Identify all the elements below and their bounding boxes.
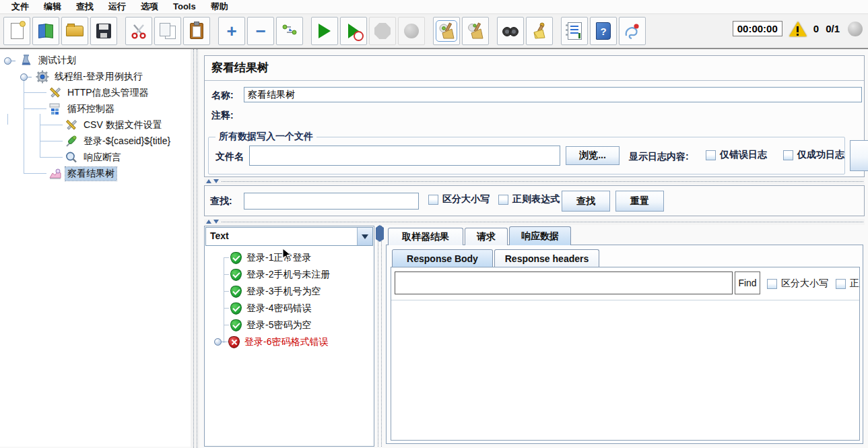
clear-all-button[interactable] [462,17,489,45]
fail-shield-icon [228,336,240,348]
pass-shield-icon [230,302,242,315]
tree-node-results-tree[interactable]: 察看结果树 [0,166,116,182]
about-button[interactable] [619,17,646,45]
horizontal-splitter-1[interactable] [204,179,865,185]
function-helper-button[interactable] [561,17,588,45]
response-find-button[interactable]: Find [735,271,760,294]
open-file-button[interactable] [61,17,88,45]
tree-node-label: 登录-${caseid}${title} [81,135,172,148]
name-input[interactable] [244,87,862,102]
tree-node-thread-group[interactable]: 线程组-登录用例执行 [0,69,145,85]
tab-response-data[interactable]: 响应数据 [509,226,571,245]
search-input[interactable] [244,193,419,210]
main-vertical-splitter[interactable] [191,49,199,448]
thread-group-icon [36,70,49,84]
remove-element-button[interactable]: − [247,17,274,45]
start-button[interactable] [311,17,338,45]
subtab-response-body-label: Response Body [393,250,492,267]
write-to-file-section: 所有数据写入一个文件 文件名 浏览... 显示日志内容: 仅错误日志 仅成功日志 [208,137,845,174]
result-item-login4[interactable]: 登录-4密码错误 [230,300,311,317]
open-folder-icon [66,22,84,40]
results-tree-icon [48,167,62,181]
expand-handle-icon[interactable] [4,57,11,65]
menu-edit[interactable]: 编辑 [36,0,69,13]
binoculars-icon [502,22,519,40]
new-file-button[interactable] [3,17,30,45]
cut-button[interactable] [125,17,152,45]
filename-label: 文件名 [215,151,244,163]
tab-sampler-result[interactable]: 取样器结果 [388,228,463,245]
response-find-input[interactable] [395,271,733,294]
tree-node-csv-config[interactable]: CSV 数据文件设置 [0,117,164,133]
success-only-checkbox[interactable] [783,150,793,160]
clear-broom-icon [438,22,455,40]
save-icon [95,22,112,40]
reset-button[interactable]: 重置 [615,191,664,212]
combo-arrow-icon[interactable] [357,228,372,245]
filename-input[interactable] [249,146,560,166]
jmeter-window: 文件 编辑 查找 运行 选项 Tools 帮助 [0,0,868,448]
response-case-checkbox[interactable] [767,279,777,289]
expand-handle-icon[interactable] [214,338,222,346]
menu-help[interactable]: 帮助 [203,0,236,13]
find-button[interactable]: 查找 [562,191,610,212]
result-item-label: 登录-5密码为空 [246,319,311,331]
tree-node-header-manager[interactable]: HTTP信息头管理器 [0,85,151,101]
response-body-content[interactable] [391,300,859,440]
menu-file[interactable]: 文件 [4,0,36,13]
write-to-file-legend: 所有数据写入一个文件 [215,131,316,143]
browse-button[interactable]: 浏览... [566,146,620,165]
clear-all-broom-icon [467,22,484,40]
horizontal-splitter-2[interactable] [204,219,865,225]
subtab-response-body[interactable]: Response Body [392,249,493,267]
response-regex-checkbox[interactable] [836,279,846,289]
subtab-response-headers[interactable]: Response headers [494,249,599,267]
copy-button[interactable] [154,17,181,45]
result-item-login6[interactable]: 登录-6密码格式错误 [230,333,328,350]
add-element-button[interactable]: + [218,17,245,45]
search-button[interactable] [497,17,524,45]
result-item-login5[interactable]: 登录-5密码为空 [230,317,311,333]
menu-options[interactable]: 选项 [133,0,166,13]
search-regex-label: 正则表达式 [512,193,560,205]
errors-only-checkbox[interactable] [706,150,716,160]
csv-config-icon [65,119,78,132]
menu-search[interactable]: 查找 [69,0,101,13]
results-vertical-splitter[interactable] [375,226,384,447]
pass-shield-icon [230,252,242,264]
result-item-label: 登录-6密码格式错误 [244,336,328,348]
tree-node-label: CSV 数据文件设置 [81,119,164,132]
result-item-login2[interactable]: 登录-2手机号未注册 [230,266,330,283]
clear-button[interactable] [433,17,460,45]
tree-node-label: HTTP信息头管理器 [65,86,151,100]
tree-line [224,291,229,292]
menu-tools[interactable]: Tools [166,0,203,13]
search-case-checkbox[interactable] [428,195,438,205]
response-tabs-panel: 取样器结果 请求 响应数据 Response Body Response hea… [385,226,865,447]
menu-run[interactable]: 运行 [101,0,133,13]
view-mode-combo[interactable]: Text [205,227,373,246]
result-item-label: 登录-4密码错误 [246,302,311,315]
search-regex-checkbox[interactable] [498,195,508,205]
warning-icon[interactable] [789,22,807,36]
templates-button[interactable] [32,17,59,45]
tree-node-test-plan[interactable]: 测试计划 [0,53,78,69]
help-button[interactable]: ? [590,17,617,45]
tab-request[interactable]: 请求 [465,228,508,245]
tree-line [224,308,229,309]
log-display-label: 显示日志内容: [629,151,689,163]
tree-node-http-sampler[interactable]: 登录-${caseid}${title} [0,133,172,150]
tree-node-loop-controller[interactable]: 循环控制器 [0,101,116,117]
result-item-login1[interactable]: 登录-1正常登录 [230,249,311,266]
save-button[interactable] [90,17,117,45]
toggle-branches-button[interactable] [276,17,303,45]
paste-button[interactable] [183,17,210,45]
tree-node-assertion[interactable]: 响应断言 [0,150,123,166]
configure-button-partial[interactable] [850,140,868,171]
response-case-label: 区分大小写 [781,278,828,290]
result-item-login3[interactable]: 登录-3手机号为空 [230,283,321,300]
comment-input[interactable] [244,107,862,122]
expand-handle-icon[interactable] [20,73,28,81]
start-no-timers-button[interactable] [340,17,367,45]
search-reset-button[interactable] [526,17,553,45]
